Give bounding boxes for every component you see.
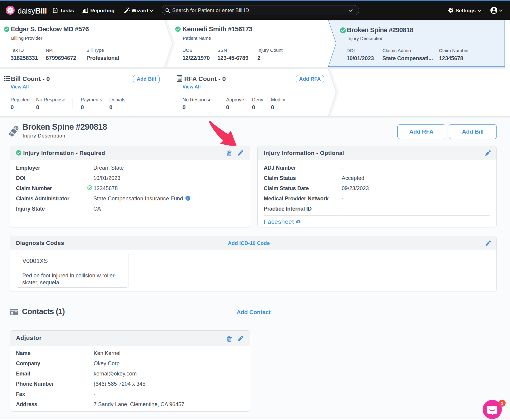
svg-text:1: 1 <box>501 401 503 406</box>
svg-text:RFA: RFA <box>178 80 181 81</box>
